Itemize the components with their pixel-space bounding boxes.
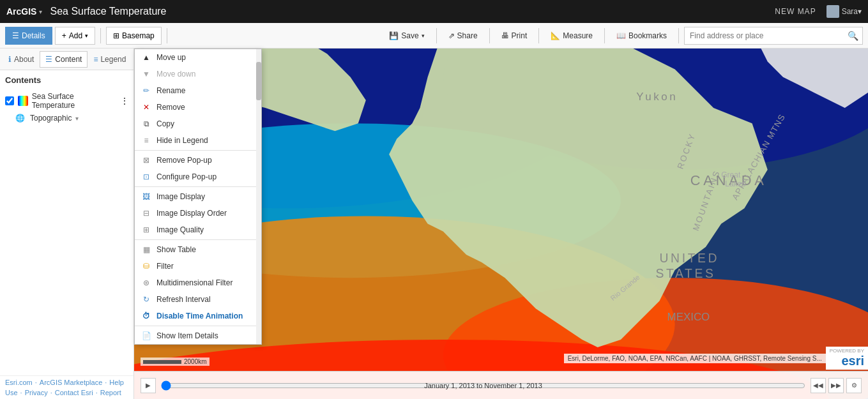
layer-checkbox-sst[interactable] — [5, 96, 14, 105]
ctx-separator-2 — [135, 186, 261, 187]
tab-about[interactable]: ℹ About — [3, 51, 40, 68]
ctx-move-up[interactable]: ▲ Move up — [135, 49, 261, 66]
add-dropdown-icon: ▾ — [85, 33, 88, 39]
ctx-hide-legend[interactable]: ≡ Hide in Legend — [135, 132, 261, 149]
footer-links: Esri.com · ArcGIS Marketplace · Help Use… — [0, 375, 133, 399]
arcgis-dropdown-icon[interactable]: ▾ — [39, 8, 42, 15]
save-dropdown-icon: ▾ — [422, 33, 425, 39]
map-title: Sea Surface Temperature — [50, 6, 775, 17]
list-item[interactable]: Sea Surface Temperature ⋮ — [0, 90, 133, 112]
layer-dropdown-icon[interactable]: ▾ — [75, 115, 79, 122]
time-play-button[interactable]: ▶ — [141, 378, 156, 393]
configure-popup-icon: ⊡ — [141, 172, 151, 182]
time-step-forward-button[interactable]: ▶▶ — [828, 378, 844, 393]
footer-link-help[interactable]: Help — [109, 379, 124, 386]
footer-link-report[interactable]: Report — [100, 389, 121, 396]
ctx-remove[interactable]: ✕ Remove — [135, 99, 261, 116]
info-icon: ℹ — [8, 55, 11, 64]
time-step-back-button[interactable]: ◀◀ — [811, 378, 826, 393]
layer-name-topo: Topographic — [30, 114, 72, 123]
layer-icon-sst — [18, 96, 28, 106]
toolbar-separator-3 — [436, 28, 437, 43]
search-icon[interactable]: 🔍 — [844, 31, 862, 41]
image-display-order-icon: ⊟ — [141, 208, 151, 218]
ctx-separator-1 — [135, 150, 261, 151]
time-range-label: January 1, 2013 to November 1, 2013 — [420, 382, 547, 389]
footer-link-marketplace[interactable]: ArcGIS Marketplace — [40, 379, 102, 386]
attribution: Esri, DeLorme, FAO, NOAA, EPA, NRCan, AA… — [564, 347, 868, 370]
list-item[interactable]: 🌐 Topographic ▾ — [0, 112, 133, 124]
add-button[interactable]: + Add ▾ — [55, 27, 95, 45]
ctx-image-quality[interactable]: ⊞ Image Quality — [135, 222, 261, 238]
bookmarks-button[interactable]: 📖 Bookmarks — [610, 27, 673, 45]
remove-popup-icon: ⊠ — [141, 155, 151, 165]
attribution-text: Esri, DeLorme, FAO, NOAA, EPA, NRCan, AA… — [564, 354, 826, 363]
filter-icon: ⛁ — [141, 261, 151, 271]
ctx-rename[interactable]: ✏ Rename — [135, 82, 261, 99]
tab-legend[interactable]: ≡ Legend — [88, 51, 132, 68]
layer-list: Sea Surface Temperature ⋮ 🌐 Topographic … — [0, 87, 133, 127]
details-button[interactable]: ☰ Details — [5, 27, 52, 45]
multidimensional-filter-icon: ⊛ — [141, 278, 151, 288]
main-area: ℹ About ☰ Content ≡ Legend ◂ Contents Se… — [0, 49, 868, 399]
ctx-filter[interactable]: ⛁ Filter — [135, 258, 261, 275]
footer-link-esri[interactable]: Esri.com — [5, 379, 33, 386]
context-menu: ▲ Move up ▼ Move down ✏ Rename ✕ Remove … — [134, 49, 262, 345]
panel-tabs: ℹ About ☰ Content ≡ Legend ◂ — [0, 49, 133, 70]
move-up-icon: ▲ — [141, 52, 151, 63]
topbar: ArcGIS ▾ Sea Surface Temperature NEW MAP… — [0, 0, 868, 23]
scale-label: 2000km — [184, 358, 207, 365]
ctx-copy[interactable]: ⧉ Copy — [135, 116, 261, 132]
toolbar-separator-6 — [604, 28, 605, 43]
save-icon: 💾 — [389, 31, 399, 40]
svg-text:UNITED: UNITED — [659, 251, 719, 265]
toolbar: ☰ Details + Add ▾ ⊞ Basemap 💾 Save ▾ ⇗ S… — [0, 23, 868, 49]
ctx-separator-3 — [135, 239, 261, 240]
ctx-refresh-interval[interactable]: ↻ Refresh Interval — [135, 291, 261, 308]
toolbar-separator-7 — [678, 28, 679, 43]
ctx-disable-time-animation[interactable]: ⏱ Disable Time Animation — [135, 308, 261, 324]
ctx-separator-4 — [135, 326, 261, 326]
ctx-image-display[interactable]: 🖼 Image Display — [135, 188, 261, 205]
print-icon: 🖶 — [501, 31, 509, 40]
image-display-icon: 🖼 — [141, 192, 151, 202]
refresh-interval-icon: ↻ — [141, 294, 151, 305]
arcgis-logo: ArcGIS — [6, 6, 36, 17]
ctx-show-item-details[interactable]: 📄 Show Item Details — [135, 327, 261, 344]
measure-button[interactable]: 📐 Measure — [544, 27, 599, 45]
search-input[interactable] — [685, 31, 844, 40]
svg-text:Yukon: Yukon — [636, 91, 678, 103]
save-button[interactable]: 💾 Save ▾ — [383, 27, 430, 45]
measure-icon: 📐 — [551, 31, 560, 40]
toolbar-separator-2 — [167, 28, 167, 43]
new-map-button[interactable]: NEW MAP — [775, 7, 816, 16]
contents-heading: Contents — [0, 70, 133, 87]
tab-content[interactable]: ☰ Content — [40, 51, 88, 68]
legend-icon: ≡ — [93, 55, 98, 64]
scrollbar-thumb — [256, 62, 261, 100]
user-menu[interactable]: Sara▾ — [842, 7, 862, 16]
scale-bar: 2000km — [141, 358, 209, 366]
ctx-image-display-order[interactable]: ⊟ Image Display Order — [135, 205, 261, 222]
toolbar-separator-5 — [538, 28, 539, 43]
remove-icon: ✕ — [141, 102, 151, 112]
share-button[interactable]: ⇗ Share — [442, 27, 484, 45]
ctx-show-table[interactable]: ▦ Show Table — [135, 241, 261, 258]
ctx-configure-popup[interactable]: ⊡ Configure Pop-up — [135, 169, 261, 185]
ctx-remove-popup[interactable]: ⊠ Remove Pop-up — [135, 152, 261, 169]
show-table-icon: ▦ — [141, 245, 151, 255]
layer-name-sst: Sea Surface Temperature — [32, 92, 118, 110]
time-settings-button[interactable]: ⚙ — [846, 378, 862, 393]
basemap-button[interactable]: ⊞ Basemap — [106, 27, 162, 45]
time-slider: January 1, 2013 to November 1, 2013 — [161, 380, 805, 391]
print-button[interactable]: 🖶 Print — [495, 27, 534, 45]
ctx-multidimensional-filter[interactable]: ⊛ Multidimensional Filter — [135, 275, 261, 291]
footer-link-use[interactable]: Use — [5, 389, 18, 396]
footer-link-privacy[interactable]: Privacy — [25, 389, 48, 396]
bookmarks-icon: 📖 — [616, 31, 626, 40]
share-icon: ⇗ — [448, 31, 455, 40]
footer-link-contact[interactable]: Contact Esri — [55, 389, 93, 396]
time-bar: ▶ January 1, 2013 to November 1, 2013 ◀◀… — [134, 371, 868, 399]
context-menu-scrollbar[interactable] — [256, 49, 261, 344]
layer-options-icon[interactable]: ⋮ — [121, 96, 128, 105]
